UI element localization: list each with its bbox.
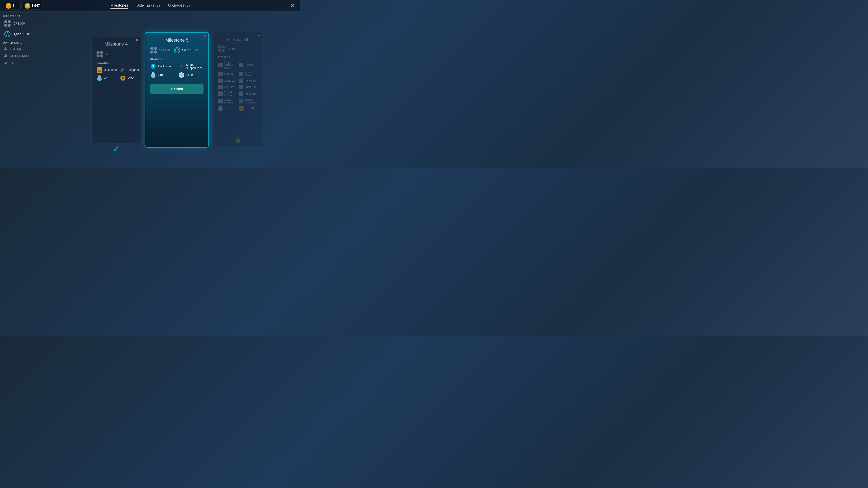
reward-space-belt: Space Belt xyxy=(218,78,237,83)
white-circle-icon xyxy=(179,72,184,78)
currency-section: 🧪 6 🪙 1,947 xyxy=(4,2,42,10)
svg-rect-5 xyxy=(5,54,6,55)
tab-milestones[interactable]: Milestones xyxy=(111,2,128,9)
shape-stacking-icon xyxy=(3,53,8,58)
reward-flask-10-m6: +10 xyxy=(218,106,237,111)
reward-coin-1000-m6-label: +1,000 xyxy=(247,107,255,110)
flask-icon: 🧪 xyxy=(6,3,11,9)
reward-platform-dots-label: Platform... xyxy=(245,64,256,67)
main-content: MILESTONE 5 0 / 1,000 1,047 / 1,000 PINN… xyxy=(0,11,300,168)
rewards-grid-m4: Blueprints 🎓 Blueprints +5 B +500 xyxy=(96,67,136,81)
flask-reward-icon-1 xyxy=(96,75,102,81)
reward-blueprints-label-1: Blueprints xyxy=(104,68,117,71)
flask-value: 6 xyxy=(12,4,14,8)
four-quad-icon-m5 xyxy=(150,47,157,54)
nav-tabs: Milestones Side Tasks (3) Upgrades (5) xyxy=(111,2,190,9)
coin-icon-m6: B xyxy=(239,106,244,111)
four-quad-icon-m4 xyxy=(96,51,103,58)
reward-right-turn-label: Right Turn xyxy=(245,86,256,89)
completed-checkmark-m4: ✓ xyxy=(113,144,119,154)
reward-right-turn: Right Turn xyxy=(239,85,257,89)
flask-icon-m6 xyxy=(218,106,223,111)
svg-rect-0 xyxy=(4,49,7,50)
unlock-button[interactable]: Unlock xyxy=(150,84,204,94)
reward-pin-pusher-label: Pin Pusher xyxy=(158,65,172,68)
pin-pusher-icon xyxy=(150,63,156,69)
reward-left-turn: Left Turn xyxy=(218,85,237,89)
circle-ring-icon-m5 xyxy=(174,47,180,53)
reward-forwarder-label: Forwarder xyxy=(245,79,256,82)
milestone-5-requirements: 0 / 1,000 1,047 / 1,000 xyxy=(150,47,204,54)
svg-rect-1 xyxy=(5,47,6,49)
four-quad-icon-1 xyxy=(3,20,11,28)
reward-blueprints-label-2: Blueprints xyxy=(127,68,140,71)
card-pin-5 xyxy=(204,35,206,37)
task-triangle-icon xyxy=(3,60,8,65)
reward-flask-10-m6-label: +10 xyxy=(226,107,230,110)
reward-blueprints-2: 🎓 Blueprints xyxy=(120,67,140,73)
gradhat-icon-2: 🎓 xyxy=(179,63,184,69)
coin-reward-icon-1: B xyxy=(120,75,126,81)
rewards-grid-m5: Pin Pusher 🎓 Shape Support Pins +10 xyxy=(150,63,204,78)
gradhat-icon-1: 🎓 xyxy=(120,67,126,73)
progress-item-2: 1,047 / 1,000 xyxy=(3,30,50,38)
coin-currency: 🪙 1,947 xyxy=(23,2,42,10)
card-pin-6 xyxy=(258,35,260,36)
reward-platform-label: Platform xyxy=(224,72,234,75)
rewards-label-m5: REWARDS xyxy=(150,58,204,60)
reward-forwarder: Forwarder xyxy=(239,78,257,83)
reward-large-asteroid: Large Asteroid Miner xyxy=(218,61,237,69)
reward-white-circle-150-label: +150 xyxy=(186,73,193,77)
milestone-6-title: Milestone 6 xyxy=(218,37,257,42)
reward-coin-500: B +500 xyxy=(120,75,140,81)
milestone-5-card: Milestone 5 0 / 1,000 1,047 / 1,000 REWA… xyxy=(145,32,209,148)
milestone-5-title: Milestone 5 xyxy=(150,37,204,43)
svg-rect-3 xyxy=(4,56,7,57)
left-turn-icon xyxy=(218,85,223,89)
rewards-label-m4: REWARDS xyxy=(96,62,136,64)
tunnel-entrance-icon xyxy=(218,92,223,96)
coin-value: 1,947 xyxy=(32,4,40,8)
task-floor-lift: Floor Lift xyxy=(3,46,50,51)
task-shape-stacking: Shape Stacking xyxy=(3,53,50,58)
asteroid-miner-icon xyxy=(218,63,223,67)
reward-platform-dots: Platform... xyxy=(239,61,257,69)
req-item-5-2: 1,047 / 1,000 xyxy=(174,47,199,54)
tunnel-exit-icon xyxy=(239,92,243,96)
reward-space-belt-label: Space Belt xyxy=(224,79,236,82)
progress-text-2: 1,047 / 1,000 xyxy=(13,33,31,36)
req-item-6-1: 0 / 600 ✕ xyxy=(218,45,257,52)
reward-left-turn-label: Left Turn xyxy=(224,86,234,89)
task-name-plus5: +5 xyxy=(10,61,13,64)
four-quad-icon-m6 xyxy=(218,45,225,52)
flask-reward-icon-2 xyxy=(150,72,156,78)
svg-point-8 xyxy=(153,66,154,67)
task-name-floor-lift: Floor Lift xyxy=(10,47,21,50)
circle-ring-icon-sidebar xyxy=(3,30,11,38)
milestone-sidebar-label: MILESTONE 5 xyxy=(3,15,50,17)
space-belt-icon xyxy=(218,78,223,83)
floor-lift-icon xyxy=(3,46,8,51)
reward-shape-support-pins-label: Shape Support Pins xyxy=(186,63,204,70)
milestone-4-card: Milestone 4 ✓ REWARDS Blueprints xyxy=(91,36,141,143)
card-pin-4 xyxy=(136,39,138,41)
progress-item-1: 0 / 1,000 xyxy=(3,20,50,28)
tab-upgrades[interactable]: Upgrades (5) xyxy=(168,2,190,9)
task-plus5: +5 xyxy=(3,60,50,65)
reward-space-platforms-1: Space Platforms xyxy=(218,98,237,104)
close-button[interactable]: ✕ xyxy=(289,2,296,9)
checkmark-m4: ✓ xyxy=(105,52,109,57)
lock-icon-m6: 🔒 xyxy=(234,136,242,143)
req-text-5-2: 1,047 / 1,000 xyxy=(182,48,199,52)
reward-shape-support-pins: 🎓 Shape Support Pins xyxy=(179,63,204,70)
tab-sidetasks[interactable]: Side Tasks (3) xyxy=(136,2,160,9)
reward-tunnel-exit: Tunnel Exit xyxy=(239,91,257,97)
reward-space-platforms-2: Space Platforms xyxy=(239,98,257,104)
reward-space-platforms-2-label: Space Platforms xyxy=(245,98,257,104)
x-mark-m6: ✕ xyxy=(240,47,242,51)
req-item-4-1: ✓ xyxy=(96,51,109,58)
milestone-6-card: Milestone 6 0 / 600 ✕ REWARDS Large Aste… xyxy=(213,32,262,148)
reward-blueprints-1: Blueprints xyxy=(96,67,117,73)
flask-currency: 🧪 6 xyxy=(4,2,21,10)
reward-flask-5: +5 xyxy=(96,75,117,81)
